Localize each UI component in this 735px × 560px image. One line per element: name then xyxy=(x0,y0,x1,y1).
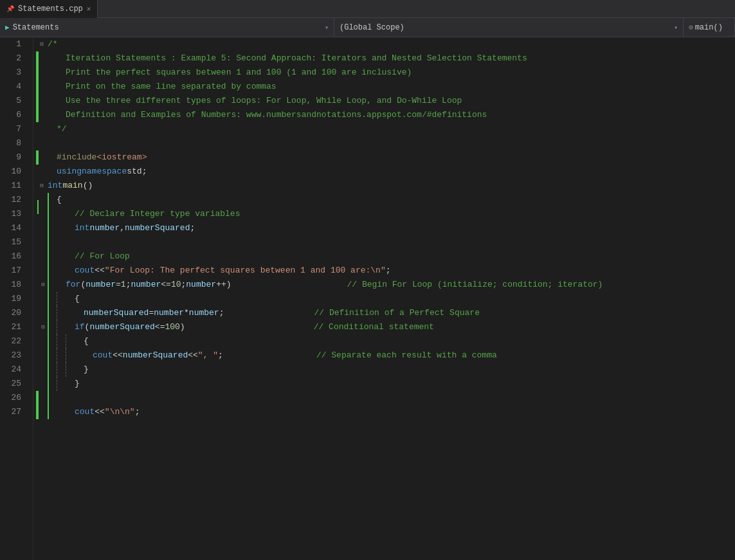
file-tab[interactable]: 📌 Statements.cpp ✕ xyxy=(0,0,98,18)
code-line-5: Use the three different types of loops: … xyxy=(33,94,735,108)
title-bar: 📌 Statements.cpp ✕ xyxy=(0,0,735,18)
code-21-p1: ( xyxy=(85,320,90,334)
code-18-comment: // Begin For Loop (initialize; condition… xyxy=(347,278,603,292)
ln-24: 24 xyxy=(0,363,26,377)
code-18-n2: number xyxy=(131,278,161,292)
code-18-n1: number xyxy=(86,278,116,292)
ln-10: 10 xyxy=(0,165,26,179)
code-27-cout: cout xyxy=(75,405,95,419)
code-27-semi: ; xyxy=(135,405,140,419)
code-11-int: int xyxy=(48,179,62,193)
code-22: { xyxy=(84,334,89,348)
scope-section[interactable]: (Global Scope) ▾ xyxy=(334,18,684,37)
code-20-ns: numberSquared xyxy=(84,306,149,320)
ln-11: 11 xyxy=(0,179,26,193)
code-23-op2: << xyxy=(188,348,198,363)
code-21-if: if xyxy=(75,320,85,334)
code-line-11: ⊟ int main() xyxy=(33,179,735,193)
code-21-lte: <= xyxy=(155,320,165,334)
code-20-eq: = xyxy=(149,306,154,320)
gutter-1[interactable]: ⊟ xyxy=(36,37,48,51)
code-23-comment: // Separate each result with a comma xyxy=(316,348,497,363)
code-12: { xyxy=(57,193,62,207)
code-area: 1 2 3 4 5 6 7 8 9 10 11 12 13 14 15 16 1… xyxy=(0,37,735,560)
code-line-8 xyxy=(33,136,735,150)
scope-dropdown-arrow[interactable]: ▾ xyxy=(674,24,678,32)
code-14-vars: number xyxy=(89,221,120,235)
collapse-11[interactable]: ⊟ xyxy=(40,179,43,193)
code-21-ns: numberSquared xyxy=(89,320,154,334)
code-line-4: Print on the same line separated by comm… xyxy=(33,80,735,94)
gear-icon: ⚙ xyxy=(689,23,693,32)
code-14-comma: , xyxy=(120,221,125,235)
ln-17: 17 xyxy=(0,264,26,278)
code-27-str: "\n\n" xyxy=(105,405,135,419)
ln-8: 8 xyxy=(0,136,26,150)
code-10-using: using xyxy=(57,165,82,179)
method-section[interactable]: ⚙ main() xyxy=(684,18,735,37)
collapse-1[interactable]: ⊟ xyxy=(40,37,43,51)
scope-label: (Global Scope) xyxy=(340,23,404,32)
code-27-op: << xyxy=(95,405,105,419)
gutter-21: ⊟ xyxy=(36,320,48,334)
code-line-10: using namespace std; xyxy=(33,165,735,179)
ln-15: 15 xyxy=(0,235,26,249)
code-line-1: ⊟ /* xyxy=(33,37,735,51)
code-18-for: for xyxy=(66,278,80,292)
gutter-18: ⊟ xyxy=(36,278,48,292)
code-line-13: // Declare Integer type variables xyxy=(33,207,735,221)
code-11-main: main xyxy=(62,179,82,193)
code-14-vars2: numberSquared xyxy=(125,221,190,235)
code-23-semi: ; xyxy=(218,348,223,363)
code-23-cout: cout xyxy=(93,348,113,363)
code-2: Iteration Statements : Example 5: Second… xyxy=(66,51,527,66)
code-14-int: int xyxy=(75,221,89,235)
ln-25: 25 xyxy=(0,377,26,391)
project-dropdown-arrow[interactable]: ▾ xyxy=(325,24,329,32)
code-5: Use the three different types of loops: … xyxy=(66,94,462,108)
ln-21: 21 xyxy=(0,320,26,334)
ln-5: 5 xyxy=(0,94,26,108)
project-section[interactable]: ▶ Statements ▾ xyxy=(0,18,334,37)
code-11-paren: () xyxy=(83,179,93,193)
ln-1: 1 xyxy=(0,37,26,51)
ln-27: 27 xyxy=(0,405,26,419)
collapse-21[interactable]: ⊟ xyxy=(41,320,44,334)
code-20-n2: number xyxy=(189,306,219,320)
code-3: Print the perfect squares between 1 and … xyxy=(66,66,412,80)
code-line-7: */ xyxy=(33,122,735,136)
close-tab-icon[interactable]: ✕ xyxy=(87,5,91,13)
code-10-ns: namespace xyxy=(82,165,127,179)
ln-14: 14 xyxy=(0,221,26,235)
ln-20: 20 xyxy=(0,306,26,320)
collapse-18[interactable]: ⊟ xyxy=(41,278,44,292)
code-21-p2: ) xyxy=(180,320,185,334)
code-line-12: { xyxy=(33,193,735,207)
ln-18: 18 xyxy=(0,278,26,292)
ln-23: 23 xyxy=(0,348,26,363)
ln-16: 16 xyxy=(0,249,26,264)
code-18-n3: number xyxy=(186,278,216,292)
code-18-pp: ++) xyxy=(216,278,231,292)
code-1: /* xyxy=(48,37,58,51)
code-21-100: 100 xyxy=(165,320,179,334)
line-numbers: 1 2 3 4 5 6 7 8 9 10 11 12 13 14 15 16 1… xyxy=(0,37,33,560)
code-17-cout: cout xyxy=(75,264,95,278)
code-line-20: numberSquared = number * number; // Defi… xyxy=(33,306,735,320)
code-23-ns: numberSquared xyxy=(123,348,188,363)
code-line-2: Iteration Statements : Example 5: Second… xyxy=(33,51,735,66)
code-line-21: ⊟ if (numberSquared <= 100) // Condition… xyxy=(33,320,735,334)
ln-9: 9 xyxy=(0,150,26,165)
code-19: { xyxy=(75,292,80,306)
ln-19: 19 xyxy=(0,292,26,306)
code-editor[interactable]: ⊟ /* Iteration Statements : Example 5: S… xyxy=(33,37,735,560)
ln-12: 12 xyxy=(0,193,26,207)
code-line-22: { xyxy=(33,334,735,348)
code-6: Definition and Examples of Numbers: www.… xyxy=(66,108,487,122)
project-icon: ▶ xyxy=(5,23,10,32)
code-line-19: { xyxy=(33,292,735,306)
ln-22: 22 xyxy=(0,334,26,348)
code-20-mul: * xyxy=(184,306,189,320)
code-4: Print on the same line separated by comm… xyxy=(66,80,277,94)
code-16: // For Loop xyxy=(75,249,130,264)
